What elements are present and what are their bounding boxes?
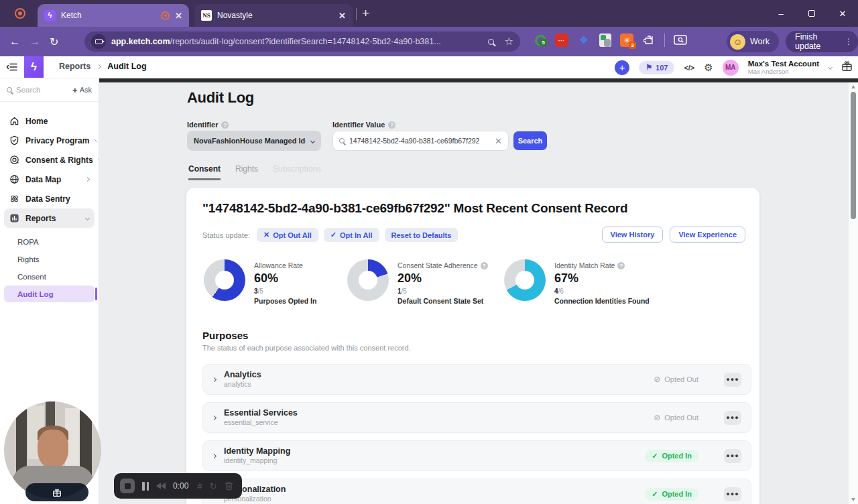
metric-value: 60% — [254, 271, 316, 286]
view-experience-button[interactable]: View Experience — [670, 227, 745, 243]
help-icon[interactable]: ? — [617, 262, 625, 269]
browser-tabstrip: ϟ Ketch ✕ NS Novastyle ✕ + – ✕ — [0, 0, 858, 27]
row-menu-button[interactable]: ●●● — [724, 449, 741, 463]
data-sentry-icon — [9, 194, 19, 204]
identifier-value-input[interactable] — [349, 137, 490, 145]
tab-consent[interactable]: Consent — [188, 164, 221, 180]
sidebar-item-rights[interactable]: Rights — [4, 251, 95, 267]
notifications-button[interactable]: ⚑107 — [639, 61, 674, 74]
close-button[interactable]: ✕ — [827, 0, 858, 27]
search-button[interactable]: Search — [513, 131, 547, 150]
expand-chevron-icon[interactable] — [212, 377, 217, 381]
identifier-value-search[interactable]: ✕ — [332, 131, 509, 151]
sidebar-item-consent-rights[interactable]: Consent & Rights — [4, 150, 95, 170]
forward-button[interactable]: → — [29, 36, 40, 48]
url-text: app.ketch.com/reports/audit-log/consent?… — [111, 37, 488, 46]
help-icon[interactable]: ? — [388, 121, 395, 129]
extension-icon-3[interactable]: ❖ — [577, 34, 591, 47]
sidebar-item-reports[interactable]: Reports — [4, 208, 95, 228]
stop-recording-button[interactable] — [120, 479, 135, 493]
account-avatar[interactable]: MA — [723, 60, 739, 76]
developer-code-icon[interactable]: </> — [684, 64, 694, 72]
ask-button[interactable]: +Ask — [72, 85, 92, 95]
row-menu-button[interactable]: ●●● — [724, 373, 741, 387]
scrollbar-thumb[interactable] — [851, 92, 856, 219]
sidebar-item-privacy-program[interactable]: Privacy Program — [4, 131, 95, 150]
restart-icon[interactable]: ↻ — [210, 481, 217, 491]
recorder-extra-tools: # ↻ — [197, 481, 233, 491]
purpose-row-identity-mapping[interactable]: Identity Mappingidentity_mapping ✓Opted … — [202, 440, 751, 471]
back-button[interactable]: ← — [9, 36, 20, 48]
sidebar-item-home[interactable]: Home — [4, 111, 95, 131]
report-tabs: Consent Rights Subscriptions — [188, 164, 321, 180]
sidebar-item-ropa[interactable]: ROPA — [4, 233, 95, 250]
reload-button[interactable]: ↻ — [50, 36, 58, 48]
extension-icon-1[interactable]: 5 — [535, 35, 546, 46]
rewind-icon[interactable] — [156, 483, 166, 489]
sidebar-search[interactable]: +Ask — [0, 78, 99, 102]
help-icon[interactable]: ? — [221, 121, 229, 129]
row-menu-button[interactable]: ●●● — [724, 411, 741, 425]
draw-tool-icon[interactable]: # — [197, 481, 202, 491]
tab-ketch[interactable]: ϟ Ketch ✕ — [38, 4, 189, 27]
finish-update-button[interactable]: Finish update ⋮ — [786, 31, 858, 52]
opt-out-all-button[interactable]: ✕Opt Out All — [257, 228, 318, 242]
zoom-icon[interactable] — [488, 39, 494, 45]
purpose-row-analytics[interactable]: Analyticsanalytics ⊘Opted Out ●●● — [202, 364, 751, 395]
sidebar-item-audit-log[interactable]: Audit Log — [4, 286, 95, 302]
scroll-up-icon[interactable] — [851, 85, 855, 88]
settings-gear-icon[interactable]: ⚙ — [704, 62, 713, 74]
breadcrumb-reports[interactable]: Reports — [59, 62, 90, 71]
expand-chevron-icon[interactable] — [212, 453, 217, 458]
minimize-button[interactable]: – — [765, 0, 796, 27]
extension-icon-2[interactable]: ⋯ — [555, 34, 568, 47]
tab-rights[interactable]: Rights — [235, 164, 258, 180]
browser-profile-button[interactable]: ☺ Work — [727, 31, 779, 52]
sidebar-item-data-sentry[interactable]: Data Sentry — [4, 189, 95, 208]
account-chevron-icon[interactable] — [828, 65, 833, 70]
scroll-down-icon[interactable] — [851, 498, 855, 501]
pause-button[interactable] — [142, 482, 149, 491]
maximize-button[interactable] — [796, 0, 827, 27]
search-icon — [7, 87, 12, 92]
account-info[interactable]: Max's Test Account Max Anderson — [748, 60, 819, 75]
sidebar-collapse-icon[interactable] — [6, 62, 18, 75]
create-button[interactable]: + — [615, 60, 629, 75]
view-history-button[interactable]: View History — [602, 227, 664, 243]
extension-icon-5[interactable]: ✳3 — [620, 34, 633, 47]
tab-novastyle[interactable]: NS Novastyle ✕ — [194, 4, 353, 27]
purpose-row-personalization[interactable]: Personalizationpersonalization ✓Opted In… — [202, 479, 751, 504]
ketch-favicon-icon: ϟ — [44, 10, 56, 21]
status-badge: ✓Opted In — [645, 488, 698, 501]
ketch-logo[interactable]: ϟ — [24, 56, 44, 78]
tab-close-icon[interactable]: ✕ — [339, 11, 346, 21]
gift-icon[interactable] — [841, 60, 853, 74]
extensions-puzzle-icon[interactable] — [642, 34, 656, 47]
tab-close-icon[interactable]: ✕ — [175, 11, 182, 21]
sidebar-item-data-map[interactable]: Data Map — [4, 170, 95, 189]
identifier-dropdown[interactable]: NovaFashionHouse Managed Iden... — [187, 131, 321, 151]
clear-icon[interactable]: ✕ — [495, 136, 502, 146]
content-scrollbar[interactable] — [849, 82, 858, 504]
purposes-subtitle: The status of each purpose associated wi… — [202, 344, 411, 352]
address-bar[interactable]: app.ketch.com/reports/audit-log/consent?… — [84, 32, 520, 52]
help-icon[interactable]: ? — [481, 262, 488, 269]
tab-search-icon[interactable] — [674, 34, 687, 47]
browser-menu-icon[interactable]: ⋮ — [845, 40, 853, 43]
expand-chevron-icon[interactable] — [212, 415, 217, 420]
search-input[interactable] — [16, 86, 55, 94]
consent-state-donut — [347, 259, 389, 301]
row-menu-button[interactable]: ●●● — [724, 487, 741, 501]
bookmark-star-icon[interactable]: ☆ — [505, 36, 513, 48]
opt-in-all-button[interactable]: ✓Opt In All — [324, 228, 379, 242]
sidebar-item-consent[interactable]: Consent — [4, 268, 95, 285]
sidebar-nav: Home Privacy Program Consent & Rights Da… — [0, 102, 99, 228]
metric-allowance-rate: Allowance Rate 60% 3/5 Purposes Opted In — [204, 259, 347, 305]
chevron-down-icon — [85, 216, 90, 220]
extension-icon-4[interactable] — [599, 34, 611, 47]
trash-icon[interactable] — [225, 481, 233, 491]
reset-defaults-button[interactable]: Reset to Defaults — [385, 228, 458, 242]
webcam-gift-pill[interactable] — [25, 483, 88, 501]
purpose-row-essential-services[interactable]: Essential Servicesessential_service ⊘Opt… — [202, 402, 751, 433]
new-tab-button[interactable]: + — [362, 6, 369, 21]
